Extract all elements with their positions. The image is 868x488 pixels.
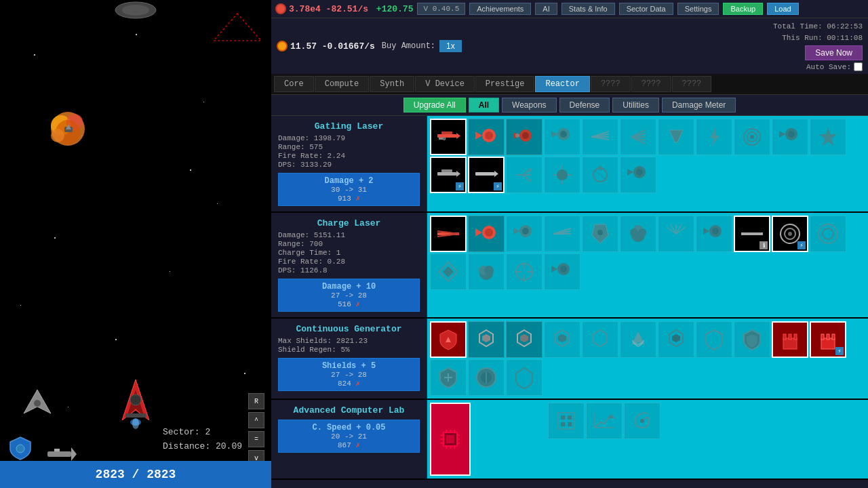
cont-gen-icon-ship-shield[interactable] [620, 321, 656, 358]
tab-locked-3[interactable]: ???? [672, 76, 712, 92]
gatling-icon-empty1[interactable] [620, 119, 656, 155]
charge-icon-4[interactable] [544, 216, 580, 252]
charge-icon-8[interactable] [696, 216, 732, 252]
cont-generator-section: Continuous Generator Max Shields: 2821.2… [271, 319, 868, 400]
settings-button[interactable]: Settings [677, 3, 719, 15]
gatling-upgrade-btn[interactable]: Damage + 2 30 -> 31 913 ✗ [278, 173, 420, 206]
cont-gen-upgrade-btn[interactable]: Shields + 5 27 -> 28 824 ✗ [278, 358, 420, 391]
svg-marker-46 [710, 127, 719, 146]
cont-gen-icon-hex5[interactable] [658, 321, 694, 358]
charge-needle-icon [550, 222, 574, 246]
cont-gen-icon-hex2[interactable] [506, 321, 542, 358]
load-button[interactable]: Load [767, 3, 798, 15]
cont-gen-icon-sel[interactable] [430, 321, 467, 358]
gatling-icon-selected[interactable] [430, 119, 467, 155]
fireball-icon [474, 125, 498, 149]
cont-gen-icon-kite-shield[interactable] [506, 359, 542, 396]
gatling-icon-arrow[interactable] [658, 119, 694, 155]
gatling-icon-needle[interactable] [582, 119, 618, 155]
tab-compute[interactable]: Compute [315, 76, 369, 92]
nav-r-button[interactable]: R [248, 393, 264, 409]
gatling-icon-fireball1[interactable] [468, 119, 505, 155]
backup-button[interactable]: Backup [723, 3, 763, 15]
ai-button[interactable]: AI [535, 3, 557, 15]
svg-marker-65 [528, 179, 532, 182]
charge-icon-2[interactable] [468, 216, 505, 252]
adv-computer-icon-circuit[interactable] [548, 403, 585, 439]
gatling-icon-selected3[interactable]: ⚡ [468, 157, 505, 193]
tab-core[interactable]: Core [274, 76, 314, 92]
filter-utilities-button[interactable]: Utilities [612, 98, 659, 113]
adv-computer-icon-proc[interactable] [430, 403, 471, 476]
gatling-icon-fire4[interactable] [620, 157, 656, 193]
svg-marker-29 [475, 131, 482, 140]
damage-meter-button[interactable]: Damage Meter [662, 98, 736, 113]
nav-eq-button[interactable]: = [248, 431, 264, 447]
primary-stat-icon [275, 3, 286, 14]
save-now-button[interactable]: Save Now [805, 45, 863, 60]
achievements-button[interactable]: Achievements [469, 3, 531, 15]
nav-buttons[interactable]: R ^ = v [248, 393, 264, 466]
gatling-icon-lightning[interactable] [696, 119, 732, 155]
charge-icon-x[interactable] [506, 253, 542, 290]
cont-generator-icons: ⚡ [427, 319, 868, 399]
gatling-icon-burst[interactable] [544, 157, 580, 193]
tab-locked-1[interactable]: ???? [591, 76, 631, 92]
charge-icon-6[interactable] [620, 216, 656, 252]
svg-rect-164 [568, 422, 572, 426]
filter-weapons-button[interactable]: Weapons [502, 98, 556, 113]
cont-gen-icon-sel3[interactable]: ⚡ [810, 321, 846, 358]
svg-marker-24 [456, 133, 460, 139]
filter-all-button[interactable]: All [469, 98, 499, 113]
charge-icon-sel3[interactable]: ⚡ [772, 216, 808, 252]
charge-upgrade-btn[interactable]: Damage + 10 27 -> 28 516 ✗ [278, 279, 420, 312]
charge-icon-3[interactable] [506, 216, 542, 252]
buy-amount-button[interactable]: 1x [439, 40, 462, 52]
cont-gen-icon-hex1[interactable] [468, 321, 505, 358]
gatling-icon-svg [436, 125, 460, 149]
charge-icon-sel2[interactable]: ℹ [734, 216, 770, 252]
tab-prestige[interactable]: Prestige [475, 76, 535, 92]
filter-defense-button[interactable]: Defense [559, 98, 610, 113]
stats-info-button[interactable]: Stats & Info [561, 3, 615, 15]
svg-marker-132 [672, 334, 680, 342]
tab-locked-2[interactable]: ???? [631, 76, 671, 92]
adv-computer-icon-vortex[interactable] [624, 403, 660, 439]
charge-icon-selected[interactable] [430, 216, 467, 252]
cont-gen-icon-sel2[interactable] [772, 321, 808, 358]
charge-icon-gray3[interactable] [544, 253, 580, 290]
charge-icon-cloud[interactable] [468, 253, 505, 290]
adv-computer-icon-chart[interactable] [586, 403, 623, 439]
charge-icon-ring[interactable] [810, 216, 846, 252]
gatling-icon-selected2[interactable]: ⚡ [430, 157, 467, 193]
cont-gen-icon-round-shield[interactable] [468, 359, 505, 396]
gatling-icon-gear[interactable] [810, 119, 846, 155]
cont-gen-icon-shield4[interactable] [430, 359, 467, 396]
buy-amount-section: Buy Amount: 1x [382, 40, 462, 52]
gatling-icon-spiral[interactable] [734, 119, 770, 155]
tab-bar: Core Compute Synth V Device Prestige Rea… [271, 74, 868, 95]
adv-computer-upgrade-cost: 867 ✗ [284, 441, 414, 449]
cont-gen-icon-hex3[interactable] [544, 321, 580, 358]
cont-gen-icon-hex4[interactable] [582, 321, 618, 358]
sector-data-button[interactable]: Sector Data [619, 3, 673, 15]
adv-computer-upgrade-btn[interactable]: C. Speed + 0.05 20 -> 21 867 ✗ [278, 420, 420, 453]
gatling-icon-fire3[interactable] [772, 119, 808, 155]
gatling-icon-orbit[interactable] [582, 157, 618, 193]
upgrade-all-button[interactable]: Upgrade All [403, 98, 466, 113]
charge-icon-7[interactable] [658, 216, 694, 252]
orbit-icon [588, 163, 612, 187]
gatling-laser-name: Gatling Laser [278, 121, 420, 131]
nav-up-button[interactable]: ^ [248, 412, 264, 428]
charge-icon-diamond[interactable] [430, 253, 467, 290]
tab-synth[interactable]: Synth [370, 76, 414, 92]
tab-vdevice[interactable]: V Device [415, 76, 475, 92]
gatling-icon-missile1[interactable] [544, 119, 580, 155]
cont-gen-icon-shield2[interactable] [696, 321, 732, 358]
tab-reactor[interactable]: Reactor [535, 76, 589, 92]
auto-save-checkbox[interactable] [854, 62, 863, 71]
gatling-icon-fireball2[interactable] [506, 119, 542, 155]
gatling-icon-fork[interactable] [506, 157, 542, 193]
cont-gen-icon-shield3[interactable] [734, 321, 770, 358]
charge-icon-5[interactable] [582, 216, 618, 252]
